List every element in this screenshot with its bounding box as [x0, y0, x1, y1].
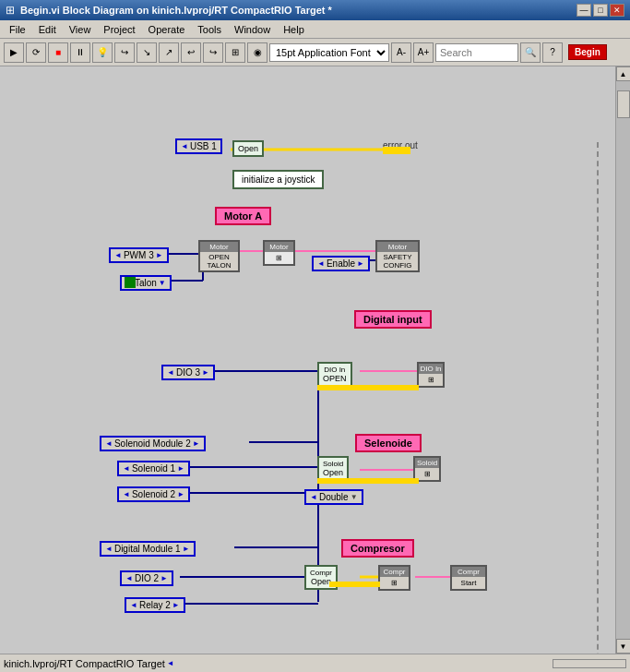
- menu-edit[interactable]: Edit: [33, 22, 62, 37]
- toolbar: ▶ ⟳ ■ ⏸ 💡 ↪ ↘ ↗ ↩ ↪ ⊞ ◉ 15pt Application…: [0, 39, 630, 66]
- horizontal-scrollbar[interactable]: [553, 659, 626, 668]
- dio-in-icon: ⊞: [419, 374, 443, 386]
- window-title: Begin.vi Block Diagram on kinich.lvproj/…: [20, 5, 577, 16]
- status-path: kinich.lvproj/RT CompactRIO Target: [4, 658, 165, 669]
- menu-project[interactable]: Project: [98, 22, 140, 37]
- yellow-bar-solenoid: [317, 478, 419, 484]
- title-bar: ⊞ Begin.vi Block Diagram on kinich.lvpro…: [0, 0, 630, 20]
- compr-mid-icon: ⊞: [380, 577, 409, 589]
- enable-control: ◄ Enable ►: [312, 256, 370, 271]
- begin-badge: Begin: [568, 44, 607, 60]
- redo-button[interactable]: ↪: [203, 42, 223, 63]
- close-button[interactable]: ✕: [610, 4, 624, 17]
- dashed-border-right: [597, 142, 599, 654]
- abort-button[interactable]: ■: [48, 42, 68, 63]
- menu-file[interactable]: File: [4, 22, 31, 37]
- scroll-up-button[interactable]: ▲: [616, 66, 631, 81]
- dio2-control: ◄ DIO 2 ►: [120, 570, 173, 586]
- dio3-control: ◄ DIO 3 ►: [161, 365, 215, 380]
- run-button[interactable]: ▶: [4, 42, 24, 63]
- solenoid-open-block: Soloid Open: [317, 456, 349, 481]
- maximize-button[interactable]: □: [593, 4, 608, 17]
- motor-header-3: Motor: [377, 242, 418, 252]
- motor-a-label: Motor A: [215, 207, 271, 225]
- motor-mid-block: Motor ⊞: [263, 240, 295, 266]
- solenoid2-control: ◄ Solenoid 2 ►: [117, 486, 190, 502]
- dio-open-label: OPEN: [323, 374, 347, 383]
- highlight-button[interactable]: 💡: [92, 42, 113, 63]
- step-into-button[interactable]: ↘: [137, 42, 157, 63]
- compr-label-small: Compr: [310, 569, 332, 577]
- main-area: ◄ USB 1 Open error out initialize a joys…: [0, 66, 630, 654]
- help-button[interactable]: ?: [542, 42, 563, 63]
- menu-help[interactable]: Help: [278, 22, 310, 37]
- yellow-bar-compr: [329, 582, 380, 587]
- dio-in-label: DIO In: [323, 366, 347, 374]
- usb1-control: ◄ USB 1: [175, 138, 222, 154]
- block-diagram-canvas[interactable]: ◄ USB 1 Open error out initialize a joys…: [0, 66, 615, 654]
- menu-tools[interactable]: Tools: [192, 22, 227, 37]
- window-controls: — □ ✕: [577, 4, 624, 17]
- compr-mid-block: Compr ⊞: [378, 565, 410, 591]
- scroll-down-button[interactable]: ▼: [616, 639, 631, 654]
- motor-header-1: Motor: [200, 242, 238, 252]
- menu-operate[interactable]: Operate: [143, 22, 191, 37]
- run-continuously-button[interactable]: ⟳: [26, 42, 46, 63]
- compresor-label: Compresor: [341, 539, 414, 558]
- menu-window[interactable]: Window: [229, 22, 276, 37]
- scroll-thumb[interactable]: [617, 90, 630, 118]
- joystick-block: initialize a joystick: [232, 170, 324, 189]
- dio-in-header: DIO In: [419, 364, 443, 374]
- status-arrow: ◄: [167, 659, 174, 667]
- solenoid-right-header: Soloid: [415, 458, 439, 468]
- pwm3-control: ◄ PWM 3 ►: [109, 247, 169, 263]
- digital-input-label: Digital input: [354, 310, 432, 329]
- breakpoints-button[interactable]: ◉: [247, 42, 267, 63]
- pause-button[interactable]: ⏸: [70, 42, 90, 63]
- clean-diagram-button[interactable]: ⊞: [225, 42, 245, 63]
- safety-config-text: SAFETY CONFIG: [377, 252, 418, 270]
- relay2-control: ◄ Relay 2 ►: [125, 597, 185, 613]
- open-talon-text: OPEN TALON: [200, 252, 238, 270]
- font-selector[interactable]: 15pt Application Font: [269, 43, 389, 62]
- selenoide-label: Selenoide: [355, 434, 422, 452]
- compr-right-block: Compr Start: [450, 565, 487, 591]
- yellow-bar-dio: [317, 385, 419, 390]
- scroll-track[interactable]: [616, 81, 631, 639]
- green-indicator: [125, 277, 136, 288]
- search-input[interactable]: [435, 43, 518, 62]
- yellow-connector-1: [383, 147, 410, 154]
- solenoid-module2-control: ◄ Solenoid Module 2 ►: [100, 436, 206, 451]
- compr-mid-header: Compr: [380, 567, 409, 577]
- minimize-button[interactable]: —: [577, 4, 591, 17]
- solenoid1-control: ◄ Solenoid 1 ►: [117, 461, 190, 476]
- motor-safety-block: Motor SAFETY CONFIG: [375, 240, 420, 272]
- undo-button[interactable]: ↩: [181, 42, 201, 63]
- status-bar: kinich.lvproj/RT CompactRIO Target ◄: [0, 654, 630, 672]
- usb-open-block: Open: [232, 140, 264, 157]
- font-size-decrease[interactable]: A-: [391, 42, 411, 63]
- solenoid-label-small: Soloid: [323, 460, 343, 468]
- motor-open-talon-block: Motor OPEN TALON: [198, 240, 240, 272]
- menu-bar: File Edit View Project Operate Tools Win…: [0, 20, 630, 39]
- compr-right-header: Compr: [452, 567, 485, 577]
- motor-mid-icon: ⊞: [265, 252, 293, 264]
- digital-module1-control: ◄ Digital Module 1 ►: [100, 541, 196, 557]
- dio-in-right-block: DIO In ⊞: [417, 362, 445, 388]
- vertical-scrollbar[interactable]: ▲ ▼: [615, 66, 630, 654]
- menu-view[interactable]: View: [64, 22, 97, 37]
- compr-start-text: Start: [452, 577, 485, 589]
- double-control: ◄ Double ▼: [304, 489, 363, 505]
- step-out-button[interactable]: ↗: [159, 42, 179, 63]
- solenoid-open-text: Open: [323, 468, 343, 477]
- motor-header-2: Motor: [265, 242, 293, 252]
- search-button[interactable]: 🔍: [520, 42, 541, 63]
- step-over-button[interactable]: ↪: [114, 42, 135, 63]
- font-size-increase[interactable]: A+: [413, 42, 434, 63]
- dio-in-open-block: DIO In OPEN: [317, 362, 352, 387]
